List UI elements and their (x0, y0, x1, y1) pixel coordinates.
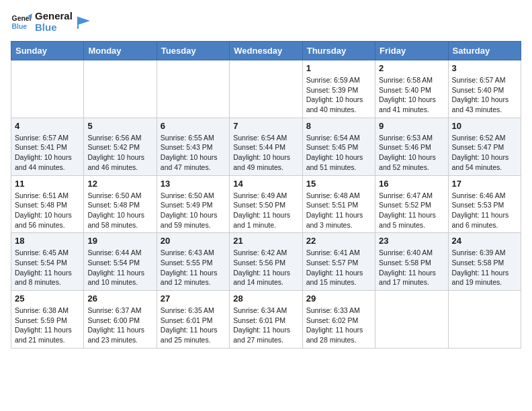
day-number: 5 (87, 121, 152, 131)
day-number: 8 (306, 121, 371, 131)
day-number: 23 (379, 236, 444, 246)
day-cell (84, 60, 157, 118)
day-number: 22 (306, 236, 371, 246)
day-cell: 19Sunrise: 6:44 AM Sunset: 5:54 PM Dayli… (84, 233, 157, 291)
week-row-2: 4Sunrise: 6:57 AM Sunset: 5:41 PM Daylig… (11, 118, 521, 175)
day-cell (375, 291, 448, 349)
day-info: Sunrise: 6:40 AM Sunset: 5:58 PM Dayligh… (379, 248, 444, 287)
day-cell: 22Sunrise: 6:41 AM Sunset: 5:57 PM Dayli… (302, 233, 375, 291)
day-number: 1 (306, 63, 371, 73)
weekday-header-saturday: Saturday (448, 42, 521, 60)
day-cell: 16Sunrise: 6:47 AM Sunset: 5:52 PM Dayli… (375, 175, 448, 233)
day-cell: 11Sunrise: 6:51 AM Sunset: 5:48 PM Dayli… (11, 175, 84, 233)
day-info: Sunrise: 6:35 AM Sunset: 6:01 PM Dayligh… (161, 306, 226, 345)
day-cell: 28Sunrise: 6:34 AM Sunset: 6:01 PM Dayli… (230, 291, 302, 349)
page-header: General Blue General Blue (11, 11, 521, 33)
day-number: 21 (233, 236, 298, 246)
week-row-4: 18Sunrise: 6:45 AM Sunset: 5:54 PM Dayli… (11, 233, 521, 291)
day-info: Sunrise: 6:34 AM Sunset: 6:01 PM Dayligh… (233, 306, 298, 345)
day-cell: 18Sunrise: 6:45 AM Sunset: 5:54 PM Dayli… (11, 233, 84, 291)
logo-general: General (35, 11, 73, 22)
day-number: 9 (379, 121, 444, 131)
day-number: 16 (379, 179, 444, 189)
day-cell: 9Sunrise: 6:53 AM Sunset: 5:46 PM Daylig… (375, 118, 448, 175)
day-info: Sunrise: 6:46 AM Sunset: 5:53 PM Dayligh… (452, 191, 517, 230)
weekday-header-thursday: Thursday (302, 42, 375, 60)
day-cell: 26Sunrise: 6:37 AM Sunset: 6:00 PM Dayli… (84, 291, 157, 349)
day-cell (230, 60, 302, 118)
day-info: Sunrise: 6:55 AM Sunset: 5:43 PM Dayligh… (161, 133, 226, 173)
week-row-5: 25Sunrise: 6:38 AM Sunset: 5:59 PM Dayli… (11, 291, 521, 349)
day-info: Sunrise: 6:58 AM Sunset: 5:40 PM Dayligh… (379, 75, 444, 115)
weekday-header-monday: Monday (84, 42, 157, 60)
day-cell: 24Sunrise: 6:39 AM Sunset: 5:58 PM Dayli… (448, 233, 521, 291)
day-cell: 8Sunrise: 6:54 AM Sunset: 5:45 PM Daylig… (302, 118, 375, 175)
logo-icon: General Blue (11, 11, 32, 33)
day-info: Sunrise: 6:38 AM Sunset: 5:59 PM Dayligh… (15, 306, 80, 345)
day-info: Sunrise: 6:53 AM Sunset: 5:46 PM Dayligh… (379, 133, 444, 173)
weekday-header-sunday: Sunday (11, 42, 84, 60)
day-number: 17 (452, 179, 517, 189)
day-info: Sunrise: 6:57 AM Sunset: 5:40 PM Dayligh… (452, 75, 517, 115)
day-info: Sunrise: 6:52 AM Sunset: 5:47 PM Dayligh… (452, 133, 517, 173)
day-number: 14 (233, 179, 298, 189)
day-info: Sunrise: 6:41 AM Sunset: 5:57 PM Dayligh… (306, 248, 371, 287)
day-number: 3 (452, 63, 517, 73)
day-cell: 29Sunrise: 6:33 AM Sunset: 6:02 PM Dayli… (302, 291, 375, 349)
flag-icon (75, 15, 91, 29)
day-cell (11, 60, 84, 118)
week-row-1: 1Sunrise: 6:59 AM Sunset: 5:39 PM Daylig… (11, 60, 521, 118)
day-info: Sunrise: 6:59 AM Sunset: 5:39 PM Dayligh… (306, 75, 371, 115)
day-cell: 15Sunrise: 6:48 AM Sunset: 5:51 PM Dayli… (302, 175, 375, 233)
day-cell: 1Sunrise: 6:59 AM Sunset: 5:39 PM Daylig… (302, 60, 375, 118)
logo-blue: Blue (35, 22, 73, 34)
day-number: 18 (15, 236, 80, 246)
day-cell: 10Sunrise: 6:52 AM Sunset: 5:47 PM Dayli… (448, 118, 521, 175)
day-number: 20 (161, 236, 226, 246)
calendar-table: SundayMondayTuesdayWednesdayThursdayFrid… (11, 41, 521, 349)
day-number: 12 (87, 179, 152, 189)
day-info: Sunrise: 6:54 AM Sunset: 5:45 PM Dayligh… (306, 133, 371, 173)
day-cell: 7Sunrise: 6:54 AM Sunset: 5:44 PM Daylig… (230, 118, 302, 175)
day-number: 6 (161, 121, 226, 131)
day-info: Sunrise: 6:57 AM Sunset: 5:41 PM Dayligh… (15, 133, 80, 173)
day-number: 29 (306, 293, 371, 304)
day-info: Sunrise: 6:42 AM Sunset: 5:56 PM Dayligh… (233, 248, 298, 287)
day-info: Sunrise: 6:33 AM Sunset: 6:02 PM Dayligh… (306, 306, 371, 345)
day-number: 4 (15, 121, 80, 131)
day-info: Sunrise: 6:54 AM Sunset: 5:44 PM Dayligh… (233, 133, 298, 173)
day-info: Sunrise: 6:39 AM Sunset: 5:58 PM Dayligh… (452, 248, 517, 287)
svg-text:Blue: Blue (12, 22, 28, 30)
day-number: 24 (452, 236, 517, 246)
day-number: 7 (233, 121, 298, 131)
logo: General Blue General Blue (11, 11, 91, 33)
day-cell: 3Sunrise: 6:57 AM Sunset: 5:40 PM Daylig… (448, 60, 521, 118)
day-number: 27 (161, 293, 226, 304)
weekday-header-row: SundayMondayTuesdayWednesdayThursdayFrid… (11, 42, 521, 60)
day-info: Sunrise: 6:44 AM Sunset: 5:54 PM Dayligh… (87, 248, 152, 287)
day-info: Sunrise: 6:45 AM Sunset: 5:54 PM Dayligh… (15, 248, 80, 287)
day-info: Sunrise: 6:37 AM Sunset: 6:00 PM Dayligh… (87, 306, 152, 345)
day-number: 11 (15, 179, 80, 189)
day-cell: 27Sunrise: 6:35 AM Sunset: 6:01 PM Dayli… (157, 291, 229, 349)
weekday-header-wednesday: Wednesday (230, 42, 302, 60)
svg-marker-3 (78, 17, 90, 25)
day-cell: 2Sunrise: 6:58 AM Sunset: 5:40 PM Daylig… (375, 60, 448, 118)
day-cell: 5Sunrise: 6:56 AM Sunset: 5:42 PM Daylig… (84, 118, 157, 175)
day-number: 2 (379, 63, 444, 73)
day-cell: 6Sunrise: 6:55 AM Sunset: 5:43 PM Daylig… (157, 118, 229, 175)
day-number: 25 (15, 293, 80, 304)
day-number: 15 (306, 179, 371, 189)
week-row-3: 11Sunrise: 6:51 AM Sunset: 5:48 PM Dayli… (11, 175, 521, 233)
day-number: 28 (233, 293, 298, 304)
day-cell: 17Sunrise: 6:46 AM Sunset: 5:53 PM Dayli… (448, 175, 521, 233)
day-cell: 4Sunrise: 6:57 AM Sunset: 5:41 PM Daylig… (11, 118, 84, 175)
day-cell: 12Sunrise: 6:50 AM Sunset: 5:48 PM Dayli… (84, 175, 157, 233)
day-cell: 25Sunrise: 6:38 AM Sunset: 5:59 PM Dayli… (11, 291, 84, 349)
day-cell: 14Sunrise: 6:49 AM Sunset: 5:50 PM Dayli… (230, 175, 302, 233)
day-number: 26 (87, 293, 152, 304)
day-cell: 13Sunrise: 6:50 AM Sunset: 5:49 PM Dayli… (157, 175, 229, 233)
day-info: Sunrise: 6:56 AM Sunset: 5:42 PM Dayligh… (87, 133, 152, 173)
day-number: 19 (87, 236, 152, 246)
day-number: 10 (452, 121, 517, 131)
